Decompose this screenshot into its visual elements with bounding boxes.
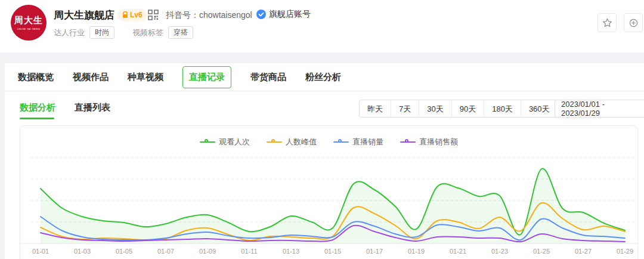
x-tick-label: 01-01: [32, 248, 49, 255]
legend-item-2[interactable]: 直播销量: [333, 137, 383, 147]
logo-subtext: CHOW TAI SENG: [17, 27, 41, 30]
douyin-id-value: chowtaisengol: [199, 10, 252, 20]
legend-marker: [267, 139, 282, 145]
tab-live-records[interactable]: 直播记录: [182, 66, 231, 88]
legend-label: 人数峰值: [286, 137, 317, 147]
store-logo: 周大生 CHOW TAI SENG: [11, 5, 47, 41]
legend-marker: [333, 139, 349, 145]
x-tick-label: 01-13: [283, 248, 299, 255]
tab-products[interactable]: 带货商品: [250, 72, 286, 83]
legend-item-1[interactable]: 人数峰值: [267, 137, 317, 147]
x-tick-label: 01-21: [450, 248, 466, 255]
x-tick-label: 01-07: [157, 248, 174, 255]
legend-marker: [200, 139, 215, 145]
page-background-left: [0, 63, 5, 259]
x-tick-label: 01-05: [116, 248, 132, 255]
filter-360d[interactable]: 360天: [521, 100, 558, 117]
industry-tag: 时尚: [89, 26, 114, 39]
filter-yesterday[interactable]: 昨天: [360, 100, 391, 117]
date-range-value: 2023/01/01 - 2023/01/29: [561, 100, 640, 118]
industry-label: 达人行业: [54, 27, 85, 38]
qr-code-icon[interactable]: [148, 10, 159, 20]
logo-text: 周大生: [14, 15, 43, 26]
x-tick-label: 01-27: [575, 248, 592, 255]
legend-label: 直播销售额: [419, 137, 458, 147]
filter-180d[interactable]: 180天: [484, 100, 521, 117]
douyin-id: 抖音号：chowtaisengol: [166, 10, 252, 21]
time-filter-group: 昨天 7天 30天 90天 180天 360天: [359, 100, 558, 118]
video-tag: 穿搭: [168, 26, 193, 39]
verified-account: 旗舰店账号: [256, 9, 311, 20]
page-background-band: [0, 53, 644, 63]
profile-header: 周大生 CHOW TAI SENG 周大生旗舰店 Lv6 抖音号：chowtai…: [0, 0, 644, 53]
legend-label: 观看人次: [219, 137, 250, 147]
favorite-button[interactable]: [597, 13, 617, 32]
tab-video-works[interactable]: 视频作品: [73, 72, 109, 83]
x-tick-label: 01-19: [408, 248, 425, 255]
main-panel: 数据概览 视频作品 种草视频 直播记录 带货商品 粉丝分析 数据分析 直播列表 …: [5, 63, 644, 259]
sub-toolbar: 数据分析 直播列表 昨天 7天 30天 90天 180天 360天 2023/0…: [5, 91, 644, 125]
store-name: 周大生旗舰店: [54, 8, 114, 22]
account-badge-label: 旗舰店账号: [269, 9, 311, 20]
lock-icon: [122, 11, 128, 18]
x-tick-label: 01-29: [617, 248, 633, 255]
legend-item-3[interactable]: 直播销售额: [400, 137, 458, 147]
x-tick-label: 01-15: [324, 248, 341, 255]
tab-seeding-videos[interactable]: 种草视频: [128, 72, 163, 83]
follow-icon: [628, 18, 639, 28]
douyin-id-label: 抖音号：: [166, 10, 199, 20]
tab-data-overview[interactable]: 数据概览: [18, 72, 54, 83]
filter-30d[interactable]: 30天: [419, 100, 451, 117]
tab-bar: 数据概览 视频作品 种草视频 直播记录 带货商品 粉丝分析: [5, 63, 644, 91]
star-icon: [602, 18, 612, 28]
x-tick-label: 01-17: [366, 248, 383, 255]
x-tick-label: 01-23: [491, 248, 508, 255]
subtab-live-list[interactable]: 直播列表: [75, 102, 110, 113]
level-badge: Lv6: [117, 9, 147, 21]
x-tick-label: 01-03: [74, 248, 91, 255]
filter-90d[interactable]: 90天: [451, 100, 484, 117]
legend-label: 直播销量: [352, 137, 383, 147]
x-tick-label: 01-11: [241, 248, 257, 255]
live-analysis-chart-card: 观看人次 人数峰值 直播销量 直播销售额 01-0101-0301-0501-0…: [20, 125, 638, 259]
subtab-data-analysis[interactable]: 数据分析: [20, 102, 55, 113]
legend-marker: [400, 139, 416, 145]
verified-icon: [256, 10, 266, 19]
x-tick-label: 01-09: [199, 248, 216, 255]
legend-item-0[interactable]: 观看人次: [200, 137, 250, 147]
active-subtab-underline: [20, 118, 54, 119]
filter-7d[interactable]: 7天: [391, 100, 419, 117]
date-range-picker[interactable]: 2023/01/01 - 2023/01/29: [555, 100, 644, 118]
tab-fans-analysis[interactable]: 粉丝分析: [305, 72, 341, 83]
chart-legend: 观看人次 人数峰值 直播销量 直播销售额: [20, 137, 637, 147]
follow-button[interactable]: [624, 13, 643, 32]
level-badge-label: Lv6: [130, 11, 143, 19]
video-tag-label: 视频标签: [132, 27, 163, 38]
trend-chart: 01-0101-0301-0501-0701-0901-1101-1301-15…: [20, 149, 637, 259]
profile-meta: 达人行业 时尚 视频标签 穿搭: [54, 26, 193, 39]
x-tick-label: 01-25: [533, 248, 550, 255]
